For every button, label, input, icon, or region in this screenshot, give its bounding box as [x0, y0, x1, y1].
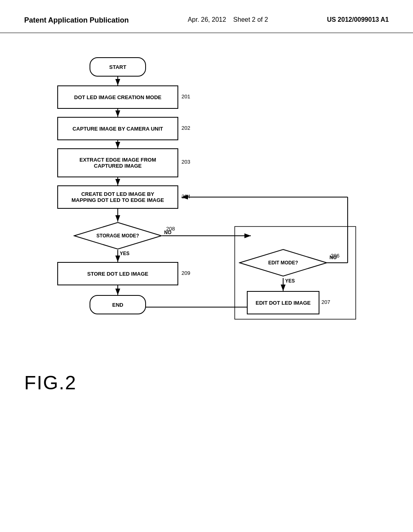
- end-node: END: [90, 295, 146, 314]
- label-209: 209: [181, 270, 190, 276]
- yes-206-label: YES: [285, 278, 295, 284]
- label-207: 207: [321, 299, 330, 305]
- flowchart: START DOT LED IMAGE CREATION MODE 201 CA…: [33, 49, 380, 355]
- start-node: START: [90, 57, 146, 77]
- yes-208-label: YES: [120, 251, 129, 256]
- step-209: STORE DOT LED IMAGE: [57, 262, 178, 285]
- diamond-206: EDIT MODE?: [239, 249, 327, 277]
- step-207: EDIT DOT LED IMAGE: [247, 291, 319, 314]
- label-201: 201: [181, 94, 190, 100]
- label-202: 202: [181, 125, 190, 131]
- step-201: DOT LED IMAGE CREATION MODE: [57, 85, 178, 109]
- header-left-text: Patent Application Publication: [24, 16, 129, 25]
- step-204: CREATE DOT LED IMAGE BY MAPPING DOT LED …: [57, 185, 178, 209]
- label-203: 203: [181, 159, 190, 165]
- diamond-208: STORAGE MODE?: [73, 222, 162, 250]
- figure-caption: FIG.2: [24, 372, 77, 394]
- header-right-text: US 2012/0099013 A1: [327, 16, 389, 23]
- page-header: Patent Application Publication Apr. 26, …: [0, 0, 413, 33]
- step-203: EXTRACT EDGE IMAGE FROM CAPTURED IMAGE: [57, 148, 178, 177]
- step-202: CAPTURE IMAGE BY CAMERA UNIT: [57, 117, 178, 140]
- header-center-text: Apr. 26, 2012 Sheet 2 of 2: [188, 16, 268, 23]
- no-208-label: NO: [164, 230, 171, 235]
- no-206-label: NO: [330, 255, 337, 260]
- label-204: 204: [181, 193, 190, 200]
- diagram-area: START DOT LED IMAGE CREATION MODE 201 CA…: [0, 33, 413, 410]
